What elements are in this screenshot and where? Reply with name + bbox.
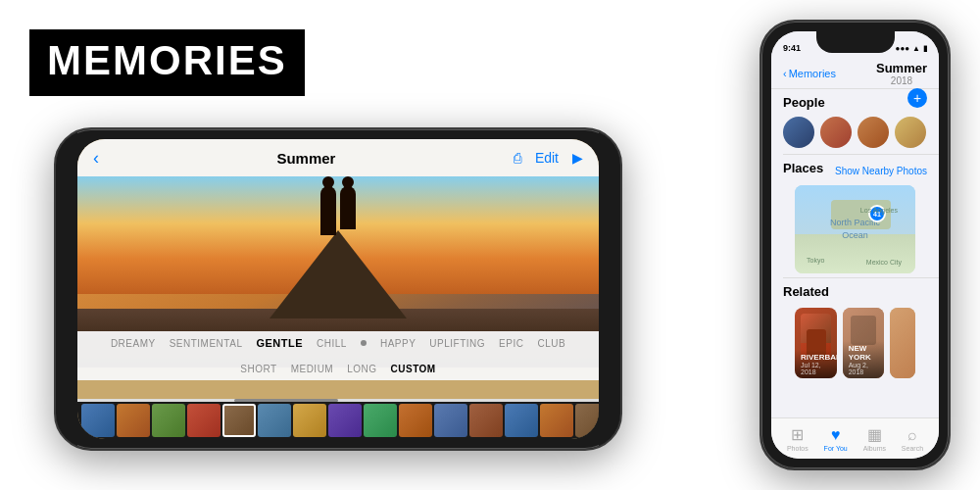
portrait-vol-down [760,147,761,174]
person-avatar-1[interactable] [783,117,814,148]
thumb-10[interactable] [399,404,432,437]
memory-main-title: Summer [876,61,927,75]
share-icon[interactable]: ⎙ [514,150,521,166]
people-title: People [783,95,927,110]
person-avatar-2[interactable] [820,117,852,148]
memories-title-box: MEMORIES [29,29,305,96]
nav-header: ‹ Memories Summer 2018 + [771,59,939,88]
places-title: Places [783,161,823,175]
thumbnail-strip [77,402,599,439]
tab-albums[interactable]: ▦ Albums [863,425,886,452]
thumb-6[interactable] [258,404,291,437]
tab-for-you[interactable]: ♥ For You [824,426,848,452]
dur-medium[interactable]: MEDIUM [291,364,334,374]
memory-title: Summer [276,150,335,167]
person-avatar-4[interactable] [895,117,926,148]
related-grid: RIVERBANK Jul 12, 2018 NEW YORK Aug 2, 2… [783,304,927,382]
notch-left [56,129,77,449]
mood-sentimental[interactable]: SENTIMENTAL [170,338,243,349]
tab-for-you-label: For You [824,445,848,452]
thumb-9[interactable] [364,404,397,437]
map-view[interactable]: North PacificOcean 41 Tokyo Los Angeles … [795,185,915,273]
dur-long[interactable]: LONG [347,364,376,374]
scroll-thumb [234,399,338,402]
memories-title: MEMORIES [47,37,287,84]
search-icon: ⌕ [907,426,917,444]
volume-down-button [54,276,55,316]
portrait-phone: 9:41 ●●● ▲ ▮ ‹ Memories Summer 2018 [760,20,951,470]
mood-uplifting[interactable]: UPLIFTING [429,338,485,349]
card1-label: RIVERBANK Jul 12, 2018 [795,350,837,378]
mood-dreamy[interactable]: DREAMY [111,338,156,349]
thumb-8[interactable] [328,404,362,437]
card1-title: RIVERBANK [801,353,831,362]
tab-bar: ⊞ Photos ♥ For You ▦ Albums ⌕ Search [771,417,939,459]
landscape-screen: ‹ Summer ⎙ Edit ▶ [77,139,599,439]
phone-portrait-frame: 9:41 ●●● ▲ ▮ ‹ Memories Summer 2018 [760,20,951,470]
tab-photos[interactable]: ⊞ Photos [787,425,808,452]
mood-epic[interactable]: EPIC [499,338,523,349]
map-city-2: Los Angeles [860,207,898,214]
header-actions: ⎙ Edit ▶ [514,150,583,166]
thumb-13[interactable] [505,404,538,437]
portrait-notch [816,31,895,53]
map-city-1: Tokyo [807,257,824,264]
play-icon[interactable]: ▶ [572,150,583,166]
phone-landscape-frame: ‹ Summer ⎙ Edit ▶ [54,127,622,451]
mood-gentle[interactable]: GENTLE [256,337,303,349]
mood-chill[interactable]: CHILL [317,338,347,349]
people-row [783,115,927,150]
related-section: Related RIVERBANK Jul 12, 2018 [771,278,939,386]
card2-title: NEW YORK [849,344,879,362]
mood-club[interactable]: CLUB [537,338,565,349]
back-chevron: ‹ [783,68,787,79]
thumb-5-selected[interactable] [222,404,256,437]
back-button[interactable]: ‹ Memories [783,68,836,79]
tab-photos-label: Photos [787,445,808,452]
wifi-icon: ▲ [912,44,920,53]
portrait-power-button [950,139,951,188]
tab-search-label: Search [902,445,923,452]
mood-selector: DREAMY SENTIMENTAL GENTLE CHILL HAPPY UP… [77,331,599,380]
related-title: Related [783,284,927,299]
title-block: Summer 2018 [876,61,927,86]
thumb-3[interactable] [152,404,185,437]
mood-row: DREAMY SENTIMENTAL GENTLE CHILL HAPPY UP… [77,337,599,349]
related-card-2[interactable]: NEW YORK Aug 2, 2018 [843,308,885,378]
dur-short[interactable]: SHORT [240,364,276,374]
thumb-11[interactable] [434,404,467,437]
related-card-1[interactable]: RIVERBANK Jul 12, 2018 [795,308,837,378]
memory-subtitle: 2018 [876,75,927,86]
tab-search[interactable]: ⌕ Search [902,426,923,452]
places-section: Places Show Nearby Photos North PacificO… [771,155,939,277]
related-card-3[interactable] [890,308,915,378]
edit-button[interactable]: Edit [535,150,559,166]
landscape-phone: ‹ Summer ⎙ Edit ▶ [54,127,622,451]
status-icons: ●●● ▲ ▮ [896,44,927,53]
thumb-4[interactable] [187,404,220,437]
person-avatar-3[interactable] [858,117,889,148]
scroll-track [77,399,599,402]
card2-label: NEW YORK Aug 2, 2018 [843,341,885,378]
thumb-12[interactable] [469,404,503,437]
dur-custom[interactable]: CUSTOM [391,364,436,374]
add-button[interactable]: + [907,88,927,108]
portrait-screen: 9:41 ●●● ▲ ▮ ‹ Memories Summer 2018 [771,31,939,459]
thumb-1[interactable] [81,404,115,437]
card1-date: Jul 12, 2018 [801,362,831,375]
status-time: 9:41 [783,43,801,53]
back-label: Memories [789,68,836,79]
thumb-2[interactable] [117,404,150,437]
thumb-14[interactable] [540,404,573,437]
tab-albums-label: Albums [863,445,886,452]
battery-icon: ▮ [923,44,927,53]
nearby-button[interactable]: Show Nearby Photos [835,166,927,176]
back-chevron-icon[interactable]: ‹ [93,148,99,169]
signal-icon: ●●● [896,44,910,53]
map-city-3: Mexico City [866,259,902,266]
thumb-7[interactable] [293,404,326,437]
thumb-15[interactable] [575,404,599,437]
mood-happy[interactable]: HAPPY [380,338,416,349]
portrait-vol-up [760,110,761,137]
volume-up-button [54,227,55,267]
